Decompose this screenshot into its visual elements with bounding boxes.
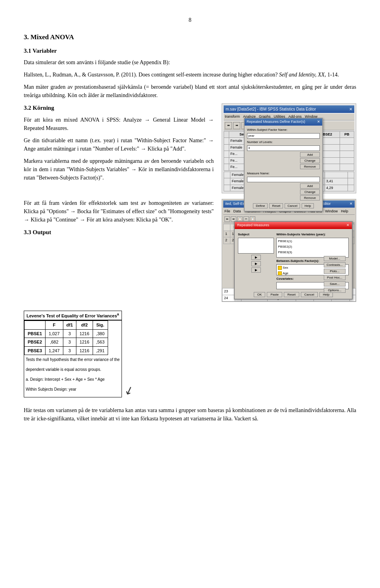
measure-remove-btn[interactable]: Remove <box>300 195 320 200</box>
conclusion-text: Här testas om variansen på de tre variab… <box>24 406 356 423</box>
arrow-right-btn1[interactable]: ▶ <box>251 255 261 260</box>
levels-label: Number of Levels: <box>247 140 320 145</box>
levene-footnote1: Tests the null hypothesis that the error… <box>26 357 120 363</box>
measure-input[interactable] <box>247 177 320 182</box>
age-icon <box>278 271 282 275</box>
levene-row-pbse2: PBSE2,68231216,563 <box>25 338 108 347</box>
heading-output: 3.3 Output <box>24 228 214 237</box>
levene-row-pbse3: PBSE31,24731216,291 <box>25 346 108 355</box>
page-number: 8 <box>24 16 356 24</box>
contrasts-btn[interactable]: Contrasts... <box>324 262 346 267</box>
heading-mixed-anova: 3. Mixed ANOVA <box>24 32 356 42</box>
cancel2-btn[interactable]: Cancel <box>301 292 318 297</box>
p-options: För att få fram värden för effektstorlek… <box>24 199 214 224</box>
arrow-right-btn2[interactable]: ▶ <box>251 261 261 266</box>
levene-row-pbse1: PBSE11,02731216,380 <box>25 329 108 338</box>
arrow-indicator: ↙ <box>122 381 136 400</box>
add-btn[interactable]: Add <box>300 152 320 157</box>
dialog-repeated-measures: Repeated Measures Define Factor(s) ✕ Wit… <box>244 118 323 212</box>
post-hoc-btn[interactable]: Post Hoc... <box>324 275 346 280</box>
levene-data-table: F df1 df2 Sig. PBSE11,02731216,380 PBSE2… <box>24 321 108 355</box>
reset2-btn[interactable]: Reset <box>284 292 299 297</box>
levene-col-df2: df2 <box>76 321 93 330</box>
define-btn[interactable]: Define <box>253 203 268 208</box>
section32-text-continued: För att få fram värden för effektstorlek… <box>24 199 214 302</box>
ok-btn[interactable]: OK <box>254 292 266 297</box>
model-btn[interactable]: Model... <box>324 256 346 261</box>
heading-korning: 3.2 Körning <box>24 103 214 113</box>
within-item-2: PBSE2(2) <box>277 244 348 250</box>
p-data-simular: Data simulerar det som använts i följand… <box>24 58 356 67</box>
levene-footnote2: dependent variable is equal across group… <box>26 367 120 372</box>
section32-text: 3.2 Körning För att köra en mixed ANOVA … <box>24 103 214 193</box>
cancel-btn[interactable]: Cancel <box>285 203 300 208</box>
citation-italic: Self and Identity, XX, <box>279 72 326 78</box>
factor-name-label: Within-Subject Factor Name: <box>247 128 320 132</box>
spss-screenshot-2: ited, Self-Esteem.sav [DataSet2] - IBM S… <box>222 199 356 302</box>
measure-change-btn[interactable]: Change <box>300 189 320 195</box>
levene-col-df1: df1 <box>63 321 76 330</box>
remove-btn[interactable]: Remove <box>300 164 320 169</box>
spss-screenshot-1: m.sav [DataSet2] - IBM SPSS Statistics D… <box>222 103 356 193</box>
measure-label: Measure Name: <box>247 171 320 176</box>
p-analyze: För att köra en mixed ANOVA i SPSS: Anal… <box>24 116 214 132</box>
left-list-label: Subject <box>238 232 274 237</box>
options-btn[interactable]: Options... <box>324 288 346 293</box>
dialog1-title: Repeated Measures Define Factor(s) ✕ <box>245 118 322 126</box>
help-btn[interactable]: Help <box>302 203 314 208</box>
p-within-subject: Ge din tidvariable ett namn (t.ex. year)… <box>24 136 214 153</box>
levene-col-empty <box>25 321 46 330</box>
sex-label: Sex <box>283 265 288 270</box>
sex-icon <box>278 266 282 270</box>
measure-add-btn[interactable]: Add <box>300 183 320 189</box>
levels-input[interactable] <box>247 145 320 151</box>
factor-name-input[interactable] <box>247 133 320 139</box>
levene-table-container: Levene's Test of Equality of Error Varia… <box>24 307 214 401</box>
spss1-titlebar: m.sav [DataSet2] - IBM SPSS Statistics D… <box>224 105 354 113</box>
within-subjects-list[interactable]: PBSE1(1) PBSE2(2) PBSE3(3) <box>276 238 349 258</box>
paste-btn[interactable]: Paste <box>267 292 282 297</box>
levene-col-f: F <box>46 321 63 330</box>
arrow-right-btn3[interactable]: ▶ <box>251 267 261 273</box>
p-citation: Hallsten, L., Rudman, A., & Gustavsson, … <box>24 71 356 79</box>
levene-right-placeholder <box>222 307 356 401</box>
levene-title: Levene's Test of Equality of Error Varia… <box>24 311 122 321</box>
within-label: Within-Subjects Variables (year): <box>276 232 349 237</box>
levene-footnote3: a. Design: Intercept + Sex + Age + Sex *… <box>26 376 120 382</box>
citation-text: Hallsten, L., Rudman, A., & Gustavsson, … <box>24 72 277 78</box>
within-item-1: PBSE1(1) <box>277 239 348 244</box>
reset-btn[interactable]: Reset <box>269 203 283 208</box>
dialog2-title: Repeated Measures ✕ <box>235 222 352 229</box>
bottom-paragraph: Här testas om variansen på de tre variab… <box>24 406 356 423</box>
change-btn[interactable]: Change <box>300 158 320 163</box>
citation-end: 1-14. <box>327 72 339 78</box>
p-markera: Markera variablerna med de upprepade mät… <box>24 157 214 182</box>
levene-superscript: a <box>117 312 119 316</box>
levene-footnote4: Within Subjects Design: year <box>26 386 120 392</box>
age-label: Age <box>283 271 288 275</box>
p-man-mater: Man mäter graden av prestationsbaserad s… <box>24 83 356 99</box>
within-item-3: PBSE3(3) <box>277 250 348 255</box>
plots-btn[interactable]: Plots... <box>324 269 346 274</box>
heading-variabler: 3.1 Variabler <box>24 46 356 55</box>
levene-wrapper: Levene's Test of Equality of Error Varia… <box>24 311 122 397</box>
dialog-repeated-measures-2: Repeated Measures ✕ Subject ▶ ▶ ▶ <box>234 221 353 300</box>
left-variables-list[interactable] <box>238 238 274 254</box>
levene-col-sig: Sig. <box>93 321 108 330</box>
save-btn[interactable]: Save... <box>324 281 346 286</box>
dialog2-side-buttons: Model... Contrasts... Plots... Post Hoc.… <box>324 256 346 293</box>
